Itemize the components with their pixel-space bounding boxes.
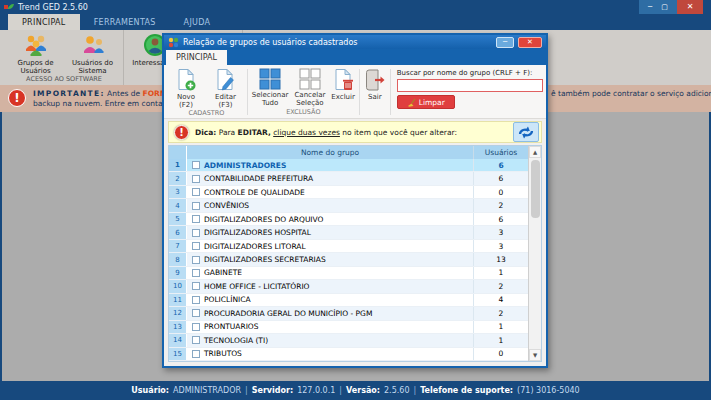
table-row[interactable]: 8 DIGITALIZADORES SECRETARIAS 13 — [169, 253, 528, 266]
table-row[interactable]: 15 TRIBUTOS 0 — [169, 348, 528, 361]
grupos-de-usuarios-button[interactable]: Grupos de Usuários — [7, 30, 64, 75]
table-row[interactable]: 5 DIGITALIZADORES DO ARQUIVO 6 — [169, 213, 528, 226]
row-name-cell: DIGITALIZADORES DO ARQUIVO — [187, 213, 474, 225]
sair-label: Sair — [368, 93, 382, 101]
table-row[interactable]: 11 POLICLÍNICA 4 — [169, 294, 528, 307]
tab-ferramentas[interactable]: FERRAMENTAS — [80, 14, 170, 30]
warning-text-right: ê também pode contratar o serviço adicio… — [551, 89, 711, 99]
row-checkbox[interactable] — [192, 215, 200, 223]
table-row[interactable]: 7 DIGITALIZADORES LITORAL 3 — [169, 240, 528, 253]
row-checkbox[interactable] — [192, 229, 200, 237]
header-usuarios[interactable]: Usuários — [474, 146, 528, 159]
group-name: CONTABILIDADE PREFEITURA — [204, 174, 313, 183]
maximize-icon[interactable]: ▢ — [661, 4, 668, 11]
table-row[interactable]: 10 HOME OFFICE - LICITATÓRIO 2 — [169, 280, 528, 293]
exit-door-icon — [364, 68, 386, 92]
excluir-label: Excluir — [331, 93, 355, 101]
refresh-button[interactable] — [513, 122, 539, 142]
row-checkbox[interactable] — [192, 242, 200, 250]
tab-principal[interactable]: PRINCIPAL — [8, 14, 80, 30]
group-name: DIGITALIZADORES LITORAL — [204, 242, 306, 251]
row-checkbox[interactable] — [192, 309, 200, 317]
selecionar-tudo-button[interactable]: Selecionar Tudo — [249, 66, 292, 107]
table-row[interactable]: 14 TECNOLOGIA (TI) 1 — [169, 334, 528, 347]
table-row[interactable]: 12 PROCURADORIA GERAL DO MUNICÍPIO - PGM… — [169, 307, 528, 320]
row-checkbox[interactable] — [192, 282, 200, 290]
table-row[interactable]: 6 DIGITALIZADORES HOSPITAL 3 — [169, 226, 528, 239]
close-icon: ✕ — [527, 38, 533, 46]
novo-button[interactable]: Novo (F2) — [167, 66, 205, 109]
row-name-cell: TRIBUTOS — [187, 348, 474, 360]
dialog-tab-principal[interactable]: PRINCIPAL — [166, 50, 227, 65]
editar-label: Editar (F3) — [208, 93, 243, 109]
table-row[interactable]: 9 GABINETE 1 — [169, 267, 528, 280]
ribbon-group-acesso: Grupos de Usuários Usuários do Sistema A… — [5, 30, 124, 85]
hint-mid: Para — [216, 128, 237, 137]
row-checkbox[interactable] — [192, 350, 200, 358]
table-row[interactable]: 13 PRONTUARIOS 1 — [169, 321, 528, 334]
dialog-minimize-button[interactable]: ─ — [496, 37, 514, 48]
deselect-all-icon — [299, 68, 321, 90]
toolbar-separator — [247, 69, 248, 115]
hint-warning-icon: ! — [174, 125, 189, 140]
header-nome-do-grupo[interactable]: Nome do grupo — [187, 146, 474, 159]
row-name-cell: ADMINISTRADORES — [187, 159, 474, 171]
cancelar-label: Cancelar — [294, 91, 325, 99]
ribbon-button-label: Sistema — [78, 67, 106, 75]
status-separator: | — [245, 386, 248, 395]
excluir-button[interactable]: Excluir — [328, 66, 358, 101]
row-checkbox[interactable] — [192, 336, 200, 344]
dialog-titlebar: Relação de grupos de usuários cadastrado… — [164, 35, 546, 49]
tab-ajuda[interactable]: AJUDA — [170, 14, 225, 30]
group-users: 3 — [474, 240, 528, 252]
scroll-up-icon[interactable]: ▲ — [529, 146, 541, 158]
row-checkbox[interactable] — [192, 269, 200, 277]
row-number: 13 — [169, 321, 187, 333]
table-row[interactable]: 4 CONVÊNIOS 2 — [169, 199, 528, 212]
table-row[interactable]: 3 CONTROLE DE QUALIDADE 0 — [169, 186, 528, 199]
row-name-cell: DIGITALIZADORES LITORAL — [187, 240, 474, 252]
row-name-cell: CONVÊNIOS — [187, 199, 474, 211]
row-checkbox[interactable] — [192, 161, 200, 169]
row-name-cell: CONTROLE DE QUALIDADE — [187, 186, 474, 198]
row-checkbox[interactable] — [192, 202, 200, 210]
broom-icon — [407, 98, 416, 107]
row-number: 5 — [169, 213, 187, 225]
minimize-icon[interactable]: ─ — [648, 4, 652, 11]
dialog-close-button[interactable]: ✕ — [518, 37, 542, 48]
row-number: 8 — [169, 253, 187, 265]
group-name: ADMINISTRADORES — [204, 161, 286, 170]
row-checkbox[interactable] — [192, 256, 200, 264]
row-checkbox[interactable] — [192, 323, 200, 331]
group-users: 6 — [474, 172, 528, 184]
status-user-value: ADMINISTRADOR — [173, 386, 241, 395]
row-checkbox[interactable] — [192, 188, 200, 196]
table-row[interactable]: 1 ADMINISTRADORES 6 — [169, 159, 528, 172]
toolbar-group-exclusao: Selecionar Tudo Cancelar Seleção — [249, 66, 358, 118]
hint-double-click-link[interactable]: clique duas vezes — [273, 128, 340, 137]
status-version-label: Versão: — [346, 386, 380, 395]
usuarios-do-sistema-button[interactable]: Usuários do Sistema — [64, 30, 121, 75]
close-button[interactable]: ✕ — [677, 0, 703, 14]
editar-button[interactable]: Editar (F3) — [205, 66, 246, 109]
table-row[interactable]: 2 CONTABILIDADE PREFEITURA 6 — [169, 172, 528, 185]
row-name-cell: PROCURADORIA GERAL DO MUNICÍPIO - PGM — [187, 307, 474, 319]
row-name-cell: POLICLÍNICA — [187, 294, 474, 306]
cancelar-selecao-button[interactable]: Cancelar Seleção — [291, 66, 328, 107]
scrollbar-thumb[interactable] — [531, 160, 540, 218]
toolbar-separator — [359, 69, 360, 115]
limpar-button[interactable]: Limpar — [397, 95, 455, 109]
group-name: PROCURADORIA GERAL DO MUNICÍPIO - PGM — [204, 309, 372, 318]
row-number: 12 — [169, 307, 187, 319]
app-logo-icon — [4, 2, 14, 12]
vertical-scrollbar[interactable]: ▲ ▼ — [528, 146, 541, 361]
row-checkbox[interactable] — [192, 175, 200, 183]
scroll-down-icon[interactable]: ▼ — [529, 349, 541, 361]
status-phone-value: (71) 3016-5040 — [517, 386, 580, 395]
row-checkbox[interactable] — [192, 296, 200, 304]
status-server-value: 127.0.0.1 — [297, 386, 335, 395]
refresh-icon — [518, 126, 534, 139]
delete-document-icon — [332, 68, 354, 92]
sair-button[interactable]: Sair — [361, 66, 389, 101]
search-input[interactable] — [397, 79, 543, 92]
